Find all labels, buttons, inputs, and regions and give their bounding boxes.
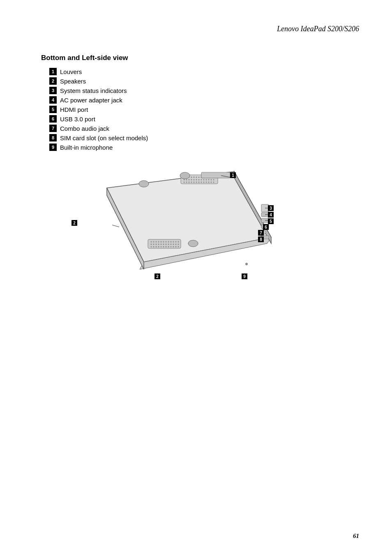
svg-point-69 — [171, 244, 172, 245]
item-badge: 1 — [49, 68, 57, 75]
svg-point-79 — [166, 246, 167, 248]
svg-point-34 — [191, 182, 192, 183]
svg-point-54 — [163, 241, 164, 243]
svg-point-63 — [156, 244, 157, 245]
svg-text:5: 5 — [270, 219, 272, 224]
svg-point-84 — [178, 246, 179, 248]
list-item: 8SIM card slot (on select models) — [49, 134, 359, 141]
svg-point-32 — [186, 182, 187, 183]
svg-point-35 — [194, 182, 195, 183]
item-badge: 8 — [49, 134, 57, 141]
section-title: Bottom and Left-side view — [41, 54, 359, 62]
item-label: Built-in microphone — [60, 144, 113, 151]
svg-point-37 — [198, 182, 200, 183]
component-list: 1Louvers2Speakers3System status indicato… — [49, 68, 359, 151]
svg-point-87 — [188, 240, 198, 247]
item-label: Combo audio jack — [60, 125, 109, 132]
svg-point-55 — [166, 241, 167, 243]
svg-point-9 — [194, 177, 195, 178]
svg-point-25 — [201, 179, 202, 181]
svg-point-80 — [168, 246, 169, 248]
svg-point-39 — [203, 182, 205, 183]
item-label: Speakers — [60, 78, 86, 85]
svg-point-64 — [158, 244, 159, 245]
item-badge: 3 — [49, 87, 57, 94]
svg-point-61 — [151, 244, 152, 245]
svg-point-81 — [171, 246, 172, 248]
svg-point-74 — [153, 246, 154, 248]
item-label: USB 3.0 port — [60, 116, 95, 123]
svg-point-56 — [168, 241, 169, 243]
list-item: 6USB 3.0 port — [49, 115, 359, 123]
svg-point-30 — [213, 179, 214, 181]
item-label: Louvers — [60, 68, 82, 75]
list-item: 9Built-in microphone — [49, 144, 359, 151]
svg-point-72 — [178, 244, 179, 245]
laptop-diagram: 1 2 2 3 4 5 6 7 8 — [66, 163, 279, 291]
svg-point-11 — [198, 177, 200, 178]
list-item: 1Louvers — [49, 68, 359, 75]
item-badge: 2 — [49, 77, 57, 85]
svg-point-86 — [180, 172, 190, 179]
item-badge: 4 — [49, 96, 57, 104]
svg-text:7: 7 — [260, 231, 262, 235]
page-number: 61 — [353, 533, 359, 540]
item-badge: 7 — [49, 125, 57, 132]
svg-point-51 — [156, 241, 157, 243]
svg-point-78 — [163, 246, 164, 248]
svg-point-8 — [191, 177, 192, 178]
svg-point-27 — [206, 179, 207, 181]
svg-point-22 — [194, 179, 195, 181]
svg-point-18 — [184, 179, 185, 181]
svg-marker-0 — [107, 171, 271, 262]
svg-point-58 — [173, 241, 174, 243]
item-label: AC power adapter jack — [60, 97, 122, 104]
svg-text:1: 1 — [232, 173, 234, 178]
svg-point-29 — [211, 179, 212, 181]
page-container: Lenovo IdeaPad S200/S206 Bottom and Left… — [0, 0, 392, 556]
svg-point-24 — [198, 179, 200, 181]
svg-point-71 — [175, 244, 177, 245]
svg-point-41 — [208, 182, 210, 183]
svg-point-73 — [151, 246, 152, 248]
svg-point-33 — [189, 182, 190, 183]
svg-text:6: 6 — [265, 225, 267, 229]
item-badge: 6 — [49, 115, 57, 123]
svg-point-75 — [156, 246, 157, 248]
svg-point-28 — [208, 179, 210, 181]
svg-point-76 — [158, 246, 159, 248]
list-item: 3System status indicators — [49, 87, 359, 94]
svg-point-52 — [158, 241, 159, 243]
svg-point-82 — [173, 246, 174, 248]
svg-point-85 — [139, 181, 149, 187]
item-label: HDMI port — [60, 106, 88, 113]
svg-point-60 — [178, 241, 179, 243]
svg-point-83 — [175, 246, 177, 248]
list-item: 5HDMI port — [49, 106, 359, 113]
svg-point-10 — [196, 177, 197, 178]
svg-text:8: 8 — [260, 237, 262, 242]
list-item: 2Speakers — [49, 77, 359, 85]
svg-point-62 — [153, 244, 154, 245]
svg-text:2: 2 — [156, 274, 159, 279]
svg-point-65 — [161, 244, 162, 245]
list-item: 7Combo audio jack — [49, 125, 359, 132]
item-badge: 9 — [49, 144, 57, 151]
svg-point-19 — [186, 179, 187, 181]
page-title: Lenovo IdeaPad S200/S206 — [41, 25, 359, 33]
svg-text:3: 3 — [270, 206, 272, 211]
svg-point-68 — [168, 244, 169, 245]
svg-text:2: 2 — [73, 221, 76, 225]
svg-point-43 — [213, 182, 214, 183]
svg-point-94 — [245, 263, 248, 265]
svg-point-77 — [161, 246, 162, 248]
svg-point-53 — [161, 241, 162, 243]
svg-point-66 — [163, 244, 164, 245]
svg-point-59 — [175, 241, 177, 243]
svg-point-50 — [153, 241, 154, 243]
svg-point-23 — [196, 179, 197, 181]
svg-line-96 — [112, 225, 119, 227]
svg-point-70 — [173, 244, 174, 245]
svg-point-42 — [211, 182, 212, 183]
svg-point-21 — [191, 179, 192, 181]
